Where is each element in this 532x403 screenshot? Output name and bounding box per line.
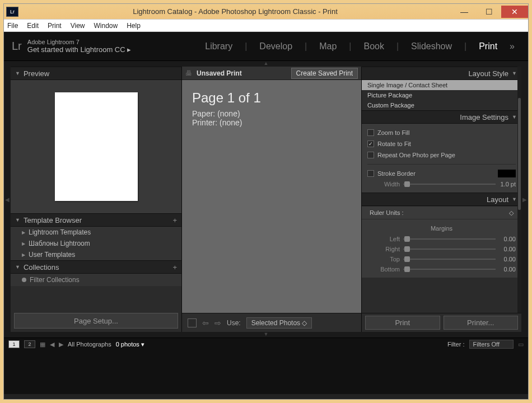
collapse-bottom-icon[interactable]: ▼ [4,332,528,338]
printer-button[interactable]: Printer... [444,316,519,330]
module-library[interactable]: Library [199,41,238,51]
layout-header[interactable]: Layout▼ [362,193,521,206]
right-scrollbar[interactable] [517,67,521,313]
margin-right-slider[interactable] [403,249,496,250]
preview-label: Preview [24,69,49,78]
chevron-right-icon: ▶ [22,252,25,257]
add-template-icon[interactable]: + [172,216,177,224]
module-map[interactable]: Map [314,41,342,51]
preview-panel-header[interactable]: ▼Preview [11,67,181,80]
menu-file[interactable]: File [7,22,18,30]
filter-collections-input[interactable]: Filter Collections [11,274,181,286]
center-panel: 🖶 Unsaved Print Create Saved Print Page … [182,67,361,332]
zoom-fill-checkbox[interactable] [367,129,374,136]
layout-style-custom[interactable]: Custom Package [362,100,521,110]
layout-style-single[interactable]: Single Image / Contact Sheet [362,80,521,90]
module-slideshow[interactable]: Slideshow [405,41,458,51]
chevron-down-icon: ▼ [15,217,20,223]
template-folder[interactable]: ▶Шаблоны Lightroom [11,238,181,249]
add-collection-icon[interactable]: + [172,263,177,271]
use-dropdown[interactable]: Selected Photos ◇ [246,317,312,329]
identity-plate[interactable]: Adobe Lightroom 7 Get started with Light… [27,39,131,54]
image-settings-label: Image Settings [460,113,508,121]
stroke-border-checkbox[interactable] [367,170,374,177]
preview-body [11,80,181,213]
stroke-color-swatch[interactable] [498,170,516,177]
filter-dot-icon [22,278,26,282]
select-all-checkbox[interactable] [188,318,197,327]
chevron-right-icon: ▶ [22,241,25,246]
left-panel: ▼Preview ▼Template Browser+ ▶Lightroom T… [11,67,182,332]
grid-icon[interactable]: ▦ [40,341,45,348]
layout-label: Layout [487,195,508,204]
menu-window[interactable]: Window [94,22,118,30]
maximize-button[interactable]: ☐ [477,6,501,18]
collections-label: Collections [24,263,59,271]
rotate-fit-checkbox[interactable] [367,140,374,147]
ruler-units-row[interactable]: Ruler Units :◇ [362,206,521,219]
margin-bottom-slider[interactable] [403,269,496,270]
template-folder[interactable]: ▶Lightroom Templates [11,227,181,238]
identity-line2: Get started with Lightroom CC ▸ [27,45,131,54]
collapse-right-icon[interactable]: ▶ [521,67,528,332]
menu-help[interactable]: Help [127,22,141,30]
window-mode-1-button[interactable]: 1 [8,340,20,348]
collections-header[interactable]: ▼Collections+ [11,260,181,274]
close-button[interactable]: ✕ [501,6,528,18]
layout-style-header[interactable]: Layout Style▼ [362,67,521,80]
filmstrip-scrollbar[interactable] [4,394,528,399]
nav-back-icon[interactable]: ◀ [50,341,54,348]
menu-edit[interactable]: Edit [27,22,39,30]
menu-print[interactable]: Print [48,22,62,30]
source-label[interactable]: All Photographs [68,341,111,348]
module-develop[interactable]: Develop [254,41,298,51]
stroke-width-slider[interactable] [403,184,496,185]
margins-label: Margins [367,223,516,234]
filmstrip-toolbar: 1 2 ▦ ◀ ▶ All Photographs 0 photos ▾ Fil… [4,338,528,350]
filmstrip-body[interactable] [4,350,528,394]
window-mode-2-button[interactable]: 2 [24,340,35,348]
repeat-photo-checkbox[interactable] [367,152,374,158]
module-tabs: Library| Develop| Map| Book| Slideshow| … [199,41,520,51]
rotate-fit-label: Rotate to Fit [377,140,411,147]
module-picker-bar: Lr Adobe Lightroom 7 Get started with Li… [4,32,528,61]
app-icon: Lr [6,7,18,17]
image-settings-header[interactable]: Image Settings▼ [362,110,521,124]
photo-count[interactable]: 0 photos ▾ [116,341,144,348]
filter-label: Filter : [447,341,465,348]
nav-fwd-icon[interactable]: ▶ [59,341,63,348]
main-area: ◀ ▼Preview ▼Template Browser+ ▶Lightroom… [4,67,528,332]
margin-top-label: Top [367,256,403,263]
template-browser-label: Template Browser [24,216,82,224]
module-more-icon[interactable]: » [504,41,520,51]
stroke-width-label: Width [367,181,403,188]
margin-left-slider[interactable] [403,238,496,240]
collapse-top-icon[interactable]: ▲ [4,61,528,67]
print-button[interactable]: Print [365,316,440,330]
margin-bottom-label: Bottom [367,266,403,273]
margin-left-value: 0.00 [496,236,516,242]
identity-line1: Adobe Lightroom 7 [27,39,131,45]
margin-right-value: 0.00 [496,246,516,252]
create-saved-print-button[interactable]: Create Saved Print [291,68,358,79]
template-browser-header[interactable]: ▼Template Browser+ [11,213,181,227]
module-print[interactable]: Print [473,41,503,51]
collapse-left-icon[interactable]: ◀ [4,67,11,332]
menu-view[interactable]: View [71,22,85,30]
zoom-fill-label: Zoom to Fill [377,129,409,136]
minimize-button[interactable]: — [452,6,477,18]
page-indicator: Page 1 of 1 [192,90,351,106]
module-book[interactable]: Book [358,41,389,51]
margin-top-slider[interactable] [403,259,496,260]
filter-dropdown[interactable]: Filters Off [469,340,514,349]
next-page-icon[interactable]: ⇨ [214,318,221,327]
dropdown-icon: ◇ [509,209,514,217]
printer-icon: 🖶 [185,69,192,77]
prev-page-icon[interactable]: ⇦ [202,318,209,327]
filter-lock-icon[interactable]: ▭ [518,341,524,348]
titlebar: Lr Lightroom Catalog - Adobe Photoshop L… [4,4,528,20]
template-folder[interactable]: ▶User Templates [11,249,181,260]
page-setup-button[interactable]: Page Setup... [14,313,178,329]
print-job-bar: 🖶 Unsaved Print Create Saved Print [182,67,361,80]
layout-style-picture[interactable]: Picture Package [362,90,521,100]
